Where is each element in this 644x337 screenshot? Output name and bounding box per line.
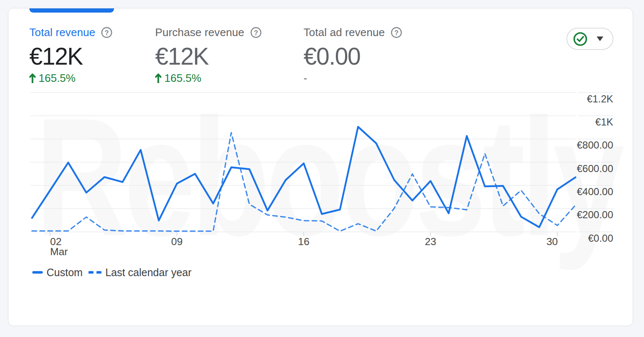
- data-quality-button[interactable]: [566, 28, 613, 50]
- metric-label: Purchase revenue: [155, 26, 244, 39]
- metric-value: €12K: [29, 44, 155, 69]
- metric-label: Total revenue: [29, 26, 95, 39]
- metric-value: €0.00: [304, 44, 480, 69]
- svg-text:?: ?: [105, 29, 109, 36]
- solid-line-swatch: [32, 271, 43, 274]
- metric-tab-total-revenue[interactable]: Total revenue ? €12K 165.5%: [29, 25, 155, 84]
- legend-item-last-calendar-year: Last calendar year: [88, 266, 192, 279]
- check-circle-icon: [573, 32, 587, 46]
- metric-tab-purchase-revenue[interactable]: Purchase revenue ? €12K 165.5%: [155, 25, 304, 84]
- metric-label: Total ad revenue: [304, 26, 385, 39]
- svg-text:?: ?: [394, 29, 398, 36]
- metric-tabs: Total revenue ? €12K 165.5% Purchase rev…: [29, 25, 480, 84]
- svg-text:?: ?: [254, 29, 258, 36]
- metric-change: 165.5%: [155, 72, 304, 84]
- metric-tab-total-ad-revenue[interactable]: Total ad revenue ? €0.00 -: [304, 25, 480, 84]
- arrow-up-icon: [29, 73, 36, 83]
- help-icon[interactable]: ?: [250, 27, 262, 38]
- metric-change: 165.5%: [29, 72, 155, 84]
- dashed-line-swatch: [96, 271, 101, 274]
- metric-change: -: [304, 72, 480, 84]
- arrow-up-icon: [155, 73, 161, 83]
- legend-item-custom: Custom: [32, 266, 83, 279]
- active-tab-indicator: [29, 8, 114, 13]
- help-icon[interactable]: ?: [101, 27, 112, 38]
- chart-legend: Custom Last calendar year: [32, 267, 192, 278]
- dashed-line-swatch: [88, 271, 93, 274]
- caret-down-icon: [597, 37, 603, 41]
- help-icon[interactable]: ?: [391, 27, 402, 38]
- metric-value: €12K: [155, 44, 304, 69]
